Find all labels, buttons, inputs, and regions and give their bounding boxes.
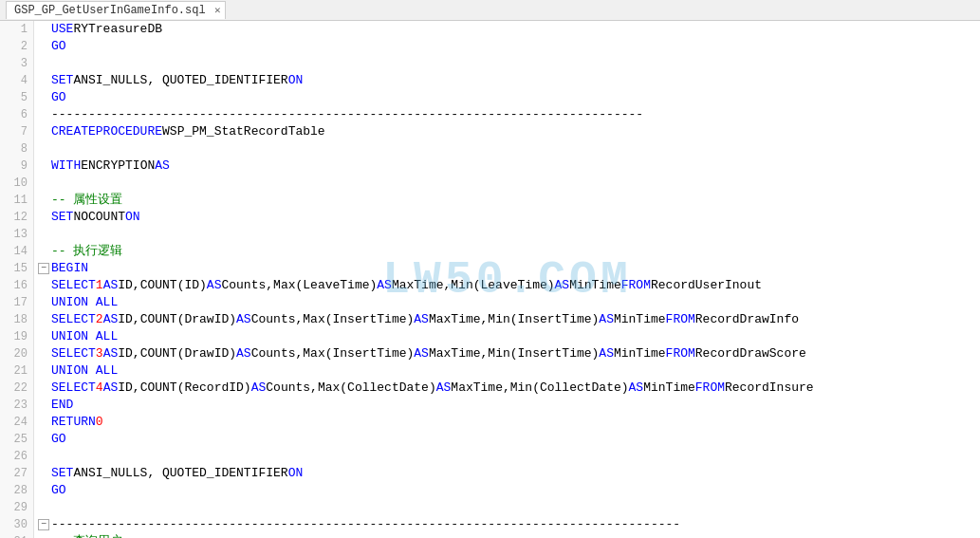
line-number: 18 (0, 311, 33, 328)
code-token: AS (414, 311, 429, 328)
code-line: UNION ALL (38, 362, 980, 380)
line-number: 19 (0, 328, 33, 345)
code-token: AS (236, 345, 251, 362)
code-token: WSP_PM_StatRecordTable (162, 123, 325, 140)
code-token: AS (103, 311, 119, 328)
code-token: AS (207, 277, 222, 294)
code-token: MaxTime,Min(InsertTime) (429, 311, 599, 328)
line-number: 31 (0, 533, 33, 538)
code-line: -- 执行逻辑 (38, 243, 980, 260)
line-number: 8 (0, 140, 33, 158)
code-area[interactable]: LW50.COM USE RYTreasureDBGOSET ANSI_NULL… (34, 21, 980, 538)
fold-button[interactable]: − (38, 519, 49, 530)
line-number: 9 (0, 158, 33, 175)
code-token: SELECT (51, 380, 96, 397)
code-line: -- 查询用户 (38, 533, 980, 538)
line-number: 25 (0, 431, 33, 448)
code-line: WITH ENCRYPTION AS (38, 158, 980, 175)
code-line: GO (38, 431, 980, 448)
line-number: 20 (0, 345, 33, 362)
line-number: 16 (0, 277, 33, 294)
code-line: RETURN 0 (38, 414, 980, 431)
code-line (38, 448, 980, 465)
code-token: FROM (695, 380, 725, 397)
code-token: SELECT (51, 311, 96, 328)
file-tab[interactable]: GSP_GP_GetUserInGameInfo.sql ✕ (6, 1, 226, 19)
code-token: SELECT (51, 345, 96, 362)
code-line: SET ANSI_NULLS, QUOTED_IDENTIFIER ON (38, 72, 980, 89)
line-number: 6 (0, 106, 33, 123)
line-number: 1 (0, 21, 33, 38)
code-token: MinTime (614, 345, 666, 362)
fold-button[interactable]: − (38, 263, 49, 274)
code-token: UNION ALL (51, 328, 118, 345)
code-token: -- 查询用户 (51, 533, 122, 538)
code-token: UNION ALL (51, 362, 118, 380)
code-token: SELECT (51, 277, 96, 294)
code-token: CREATE (51, 123, 96, 140)
code-line: GO (38, 89, 980, 106)
code-line: SELECT 2 AS ID,COUNT(DrawID) AS Counts,M… (38, 311, 980, 328)
line-number: 29 (0, 499, 33, 516)
code-token: SET (51, 465, 73, 482)
code-token: Counts,Max(InsertTime) (251, 345, 415, 362)
code-token: AS (103, 277, 119, 294)
code-token: UNION ALL (51, 294, 118, 311)
code-token: AS (414, 345, 429, 362)
code-line: SET NOCOUNT ON (38, 209, 980, 226)
line-number: 24 (0, 414, 33, 431)
code-token: MaxTime,Min(LeaveTime) (392, 277, 555, 294)
code-token: FROM (666, 311, 695, 328)
code-token: -- 执行逻辑 (51, 243, 122, 260)
code-token: 2 (96, 311, 103, 328)
code-token: MinTime (614, 311, 666, 328)
line-number: 22 (0, 380, 33, 397)
code-token: ANSI_NULLS, QUOTED_IDENTIFIER (73, 72, 287, 89)
tab-close-icon[interactable]: ✕ (214, 4, 221, 16)
code-token: PROCEDURE (96, 123, 162, 140)
code-line: GO (38, 482, 980, 499)
code-token: AS (236, 311, 251, 328)
code-token: GO (51, 482, 66, 499)
code-line: USE RYTreasureDB (38, 21, 980, 38)
code-line: UNION ALL (38, 328, 980, 345)
code-token: AS (155, 158, 170, 175)
code-token: GO (51, 431, 66, 448)
code-token: ID, (118, 380, 139, 397)
code-token: RecordDrawInfo (695, 311, 799, 328)
line-number: 12 (0, 209, 33, 226)
code-token: Counts,Max(InsertTime) (251, 311, 415, 328)
code-container: 1234567891011121314151617181920212223242… (0, 21, 980, 538)
code-line (38, 226, 980, 243)
code-line: END (38, 397, 980, 414)
code-token: RecordDrawScore (695, 345, 806, 362)
line-number: 2 (0, 38, 33, 55)
line-number: 28 (0, 482, 33, 499)
line-number: 21 (0, 362, 33, 380)
code-token: GO (51, 89, 66, 106)
code-token: Counts,Max(CollectDate) (266, 380, 435, 397)
code-line: SET ANSI_NULLS, QUOTED_IDENTIFIER ON (38, 465, 980, 482)
code-token: ID, (118, 311, 139, 328)
code-token: MinTime (643, 380, 695, 397)
code-token: RecordUserInout (651, 277, 762, 294)
code-line (38, 175, 980, 192)
code-line: SELECT 1 AS ID,COUNT(ID) AS Counts,Max(L… (38, 277, 980, 294)
code-token: AS (629, 380, 644, 397)
line-number: 7 (0, 123, 33, 140)
code-token: SET (51, 209, 73, 226)
code-line: CREATE PROCEDURE WSP_PM_StatRecordTable (38, 123, 980, 140)
code-token: ----------------------------------------… (51, 516, 680, 533)
line-number: 10 (0, 175, 33, 192)
title-bar: GSP_GP_GetUserInGameInfo.sql ✕ (0, 0, 980, 21)
line-number: 4 (0, 72, 33, 89)
code-token: ON (125, 209, 140, 226)
code-token: COUNT(DrawID) (140, 345, 236, 362)
code-token: AS (377, 277, 392, 294)
code-token: ----------------------------------------… (51, 106, 643, 123)
code-token: ANSI_NULLS, QUOTED_IDENTIFIER (73, 465, 287, 482)
code-token: AS (103, 345, 119, 362)
code-line (38, 140, 980, 158)
code-token: END (51, 397, 73, 414)
line-number: 15 (0, 260, 33, 277)
